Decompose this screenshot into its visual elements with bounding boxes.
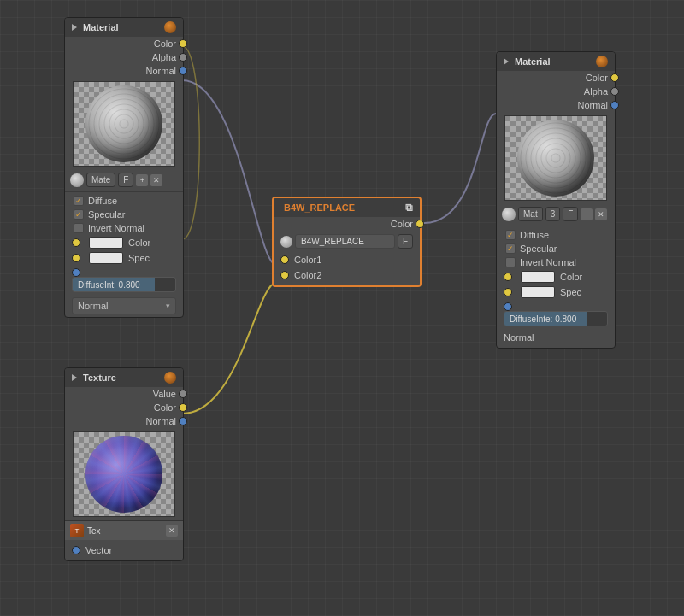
- tex-icon: T: [70, 524, 84, 537]
- tex-remove-icon[interactable]: ✕: [166, 525, 178, 537]
- remove-icon-right[interactable]: ✕: [595, 208, 607, 220]
- socket-alpha-right-row: Alpha: [497, 85, 615, 98]
- f-btn-right[interactable]: F: [563, 207, 578, 221]
- material-title-right: Material: [515, 56, 551, 67]
- normal-static-label-right: Normal: [504, 332, 534, 343]
- socket-vector-left[interactable]: [72, 546, 80, 554]
- vector-socket-row: Vector: [65, 543, 183, 560]
- b4w-copy-icon[interactable]: ⧉: [405, 202, 413, 214]
- b4w-f-btn[interactable]: F: [398, 234, 413, 249]
- invert-normal-label-left: Invert Normal: [88, 223, 144, 233]
- socket-color-right-left[interactable]: [179, 39, 187, 48]
- color-label-tex: Color: [154, 402, 176, 413]
- diffuse-int-row-left: DiffuseInt: 0.800: [65, 266, 183, 295]
- tex-toolbar: T Tex ✕: [65, 520, 183, 540]
- socket-color-right-b4w[interactable]: [416, 220, 424, 228]
- diffuse-int-row-right: DiffuseInte: 0.800: [497, 300, 615, 329]
- socket-normal-right-left[interactable]: [179, 67, 187, 75]
- spec-swatch-row-right: Spec: [497, 285, 615, 300]
- f-btn-left[interactable]: F: [118, 173, 133, 187]
- diffuse-int-label-right: DiffuseInte: 0.800: [510, 314, 576, 324]
- b4w-header: B4W_REPLACE ⧉: [274, 198, 420, 217]
- specular-checkbox-right[interactable]: [505, 243, 516, 254]
- mat-btn-right[interactable]: Mat: [518, 207, 543, 221]
- color-label-b4w: Color: [391, 219, 413, 229]
- color-label-out-right: Color: [586, 73, 608, 83]
- invert-normal-row-left: Invert Normal: [65, 221, 183, 235]
- mat-sphere-icon[interactable]: [70, 173, 84, 187]
- add-icon-left[interactable]: +: [136, 174, 148, 186]
- toolbar-left: Mate F + ✕: [65, 170, 183, 190]
- collapse-triangle-texture[interactable]: [72, 374, 77, 381]
- diffuse-label-left: Diffuse: [88, 196, 117, 206]
- collapse-triangle-right[interactable]: [504, 58, 509, 65]
- collapse-triangle-left[interactable]: [72, 24, 77, 31]
- sphere-material-left: [86, 85, 162, 162]
- diffuse-slider-left[interactable]: DiffuseInt: 0.800: [72, 277, 176, 292]
- toolbar-right: Mat 3 F + ✕: [497, 204, 615, 224]
- remove-icon-left[interactable]: ✕: [150, 174, 162, 186]
- normal-label-out-right: Normal: [578, 100, 608, 110]
- socket-color-right-tex[interactable]: [179, 403, 187, 412]
- b4w-sphere-icon: [280, 236, 292, 248]
- alpha-label-left: Alpha: [152, 52, 176, 62]
- color-swatch-right[interactable]: [521, 271, 555, 283]
- socket-normal-right-right[interactable]: [610, 101, 619, 109]
- socket-alpha-right-right[interactable]: [610, 87, 619, 96]
- socket-color-left-left[interactable]: [72, 238, 80, 247]
- socket-color1-left[interactable]: [280, 255, 289, 264]
- socket-color-tex-row: Color: [65, 401, 183, 414]
- b4w-name-input[interactable]: B4W_REPLACE: [295, 234, 395, 249]
- color2-label: Color2: [294, 270, 321, 280]
- specular-row-left: Specular: [65, 208, 183, 221]
- preview-sphere-texture: [73, 431, 175, 517]
- spec-swatch-left[interactable]: [89, 252, 123, 264]
- color-label-out-left: Color: [154, 38, 176, 49]
- spec-swatch-row-left: Spec: [65, 250, 183, 266]
- normal-label-out-left: Normal: [146, 66, 176, 76]
- normal-label-row-right: Normal: [497, 329, 615, 348]
- normal-dropdown-left[interactable]: Normal ▾: [72, 297, 176, 314]
- material-header-left: Material: [65, 18, 183, 37]
- texture-icon: [164, 372, 176, 384]
- specular-label-left: Specular: [88, 209, 125, 220]
- socket-spec-left-left[interactable]: [72, 254, 80, 262]
- preview-sphere-left: [73, 81, 175, 167]
- socket-color2-left[interactable]: [280, 271, 289, 279]
- add-icon-right[interactable]: +: [581, 208, 593, 220]
- mate-btn[interactable]: Mate: [86, 173, 115, 187]
- normal-label-tex: Normal: [146, 416, 176, 426]
- socket-color2-row: Color2: [274, 267, 420, 285]
- vector-label: Vector: [86, 545, 112, 555]
- color-swatch-left[interactable]: [89, 237, 123, 249]
- color-swatch-label-left: Color: [128, 238, 150, 248]
- socket-normal-right-tex[interactable]: [179, 417, 187, 425]
- invert-normal-checkbox-right[interactable]: [505, 257, 516, 267]
- spec-swatch-label-left: Spec: [128, 253, 150, 263]
- invert-normal-checkbox-left[interactable]: [74, 223, 84, 233]
- socket-value-right[interactable]: [179, 390, 187, 398]
- num-btn-right[interactable]: 3: [545, 207, 561, 221]
- material-node-left: Material Color Alpha Normal Mate F + ✕ D…: [64, 17, 184, 318]
- socket-color-swatch-left-right[interactable]: [504, 273, 512, 281]
- color-swatch-row-left: Color: [65, 235, 183, 250]
- b4w-title: B4W_REPLACE: [284, 202, 355, 213]
- material-title-left: Material: [83, 22, 119, 32]
- color-swatch-row-right: Color: [497, 269, 615, 285]
- diffuse-checkbox-left[interactable]: [74, 196, 84, 206]
- value-label: Value: [153, 389, 176, 399]
- texture-title: Texture: [83, 373, 116, 383]
- socket-color-right-right[interactable]: [610, 73, 619, 82]
- material-icon-right: [596, 56, 608, 67]
- socket-spec-swatch-left-right[interactable]: [504, 288, 512, 296]
- mat-sphere-icon-right[interactable]: [502, 208, 516, 221]
- diffuse-slider-right[interactable]: DiffuseInte: 0.800: [504, 311, 608, 326]
- material-icon-left: [164, 21, 176, 33]
- socket-alpha-right-left[interactable]: [179, 53, 187, 62]
- normal-dropdown-value-left: Normal: [78, 301, 108, 311]
- diffuse-int-label-left: DiffuseInt: 0.800: [78, 280, 140, 290]
- socket-row-alpha-left: Alpha: [65, 50, 183, 64]
- specular-checkbox-left[interactable]: [74, 209, 84, 220]
- diffuse-checkbox-right[interactable]: [505, 230, 516, 240]
- spec-swatch-right[interactable]: [521, 286, 555, 298]
